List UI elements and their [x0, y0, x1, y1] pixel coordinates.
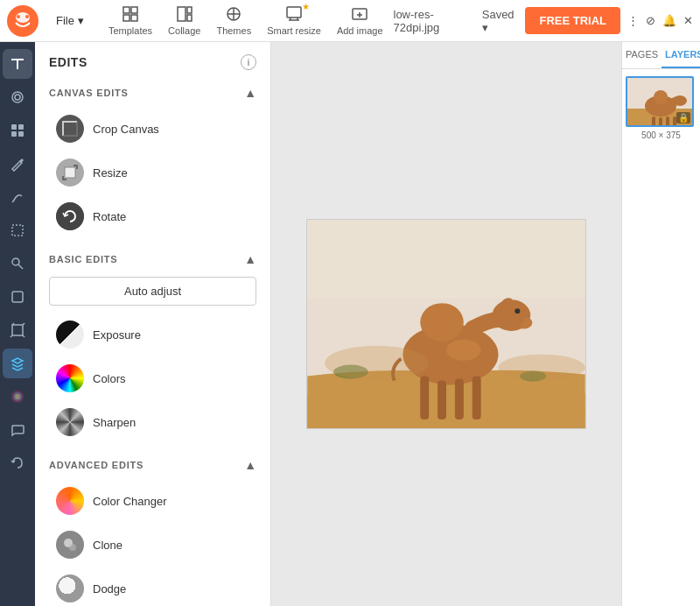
- sidebar-item-select[interactable]: [3, 215, 32, 245]
- svg-rect-4: [123, 7, 130, 13]
- right-panel: PAGES LAYERS ✕ 🔒 500: [621, 42, 700, 606]
- svg-point-14: [12, 92, 23, 102]
- topbar-right: FREE TRIAL ⋮ ⊘ 🔔 ✕: [525, 7, 693, 34]
- sidebar-item-undo[interactable]: [3, 448, 32, 478]
- svg-point-47: [446, 340, 481, 361]
- svg-point-2: [17, 15, 20, 18]
- svg-rect-57: [659, 117, 662, 127]
- svg-rect-6: [123, 15, 130, 21]
- svg-point-33: [69, 544, 76, 551]
- svg-point-54: [654, 90, 668, 104]
- svg-rect-22: [12, 292, 23, 302]
- close-icon[interactable]: ✕: [683, 14, 693, 27]
- logo: [7, 5, 38, 37]
- sidebar-item-clone-stamp[interactable]: [3, 249, 32, 278]
- tab-pages[interactable]: PAGES: [622, 42, 662, 68]
- dodge-icon: [56, 574, 84, 602]
- layer-thumbnail[interactable]: 🔒: [626, 76, 694, 127]
- themes-button[interactable]: Themes: [209, 2, 258, 39]
- templates-button[interactable]: Templates: [102, 2, 159, 39]
- filename: low-res-72dpi.jpg: [394, 8, 477, 34]
- svg-rect-7: [131, 15, 137, 21]
- svg-rect-8: [178, 7, 186, 21]
- color-changer-icon: [56, 487, 84, 515]
- file-menu[interactable]: File ▾: [49, 11, 91, 31]
- svg-rect-16: [11, 124, 17, 130]
- color-changer-item[interactable]: Color Changer: [42, 480, 263, 522]
- chevron-down-icon: ▾: [78, 14, 84, 27]
- thumbnail-size: 500 × 375: [626, 130, 696, 140]
- add-image-button[interactable]: Add image: [330, 2, 390, 39]
- svg-point-3: [25, 15, 29, 18]
- svg-point-42: [514, 308, 520, 314]
- svg-rect-58: [666, 116, 669, 127]
- basic-edits-title: BASIC EDITS: [49, 254, 117, 264]
- rotate-label: Rotate: [93, 210, 126, 223]
- clone-icon: [56, 531, 84, 559]
- exposure-label: Exposure: [93, 328, 141, 342]
- panel-title: EDITS: [49, 55, 88, 69]
- canvas-edits-section-header[interactable]: CANVAS EDITS ▲: [35, 79, 270, 107]
- free-trial-button[interactable]: FREE TRIAL: [525, 7, 620, 34]
- collage-button[interactable]: Collage: [161, 2, 207, 39]
- svg-rect-18: [11, 131, 17, 137]
- colors-label: Colors: [93, 372, 126, 385]
- sidebar-item-draw[interactable]: [3, 182, 32, 212]
- sidebar-item-transform[interactable]: [3, 315, 32, 345]
- tab-layers[interactable]: LAYERS: [662, 42, 700, 68]
- topbar: File ▾ Templates Collage Themes ★ Smart …: [0, 0, 700, 42]
- colors-icon: [56, 364, 84, 392]
- sidebar-item-chat[interactable]: [3, 415, 32, 445]
- crop-canvas-label: Crop Canvas: [93, 123, 159, 136]
- clone-item[interactable]: Clone: [42, 524, 263, 566]
- topbar-icons: ⋮ ⊘ 🔔 ✕: [627, 14, 693, 27]
- rotate-icon: [56, 202, 84, 230]
- info-icon[interactable]: i: [241, 54, 256, 70]
- sharpen-item[interactable]: Sharpen: [42, 401, 263, 443]
- sharpen-icon: [56, 408, 84, 436]
- sidebar-item-smart-photo[interactable]: [3, 82, 32, 112]
- crop-canvas-icon: [56, 115, 84, 143]
- rotate-item[interactable]: Rotate: [42, 195, 263, 237]
- svg-rect-56: [652, 116, 655, 127]
- smart-resize-label: Smart resize: [267, 25, 321, 36]
- sharpen-label: Sharpen: [93, 416, 136, 429]
- left-panel: EDITS i CANVAS EDITS ▲ Crop Canvas Resiz…: [35, 42, 271, 606]
- svg-rect-17: [18, 124, 24, 130]
- svg-rect-45: [455, 378, 464, 419]
- svg-point-27: [15, 394, 20, 399]
- auto-adjust-button[interactable]: Auto adjust: [49, 277, 256, 306]
- notification-icon[interactable]: 🔔: [662, 14, 676, 27]
- dodge-item[interactable]: Dodge: [42, 567, 263, 606]
- colors-item[interactable]: Colors: [42, 357, 263, 399]
- sidebar-item-text[interactable]: [3, 49, 32, 79]
- collage-label: Collage: [168, 25, 200, 36]
- sidebar-item-layers-edit[interactable]: [3, 349, 32, 378]
- canvas-edits-title: CANVAS EDITS: [49, 88, 129, 98]
- dodge-label: Dodge: [93, 582, 126, 595]
- basic-edits-section-header[interactable]: BASIC EDITS ▲: [35, 245, 270, 273]
- svg-rect-43: [420, 377, 429, 420]
- clone-label: Clone: [93, 539, 122, 552]
- sidebar-item-paint[interactable]: [3, 149, 32, 179]
- more-icon[interactable]: ⋮: [627, 14, 639, 27]
- svg-rect-48: [307, 220, 584, 298]
- sidebar-item-effects[interactable]: [3, 116, 32, 145]
- topbar-tools: Templates Collage Themes ★ Smart resize …: [102, 2, 390, 39]
- resize-item[interactable]: Resize: [42, 152, 263, 194]
- advanced-edits-toggle: ▲: [244, 458, 256, 472]
- sidebar-item-shapes[interactable]: [3, 282, 32, 312]
- sidebar-item-color-picker[interactable]: [3, 382, 32, 412]
- help-icon[interactable]: ⊘: [646, 14, 655, 27]
- smart-resize-button[interactable]: ★ Smart resize: [260, 2, 328, 39]
- advanced-edits-title: ADVANCED EDITS: [49, 460, 144, 470]
- crop-canvas-item[interactable]: Crop Canvas: [42, 108, 263, 150]
- themes-label: Themes: [216, 25, 251, 36]
- svg-rect-5: [131, 7, 137, 13]
- svg-rect-19: [18, 131, 24, 137]
- advanced-edits-section-header[interactable]: ADVANCED EDITS ▲: [35, 451, 270, 479]
- resize-icon: [56, 159, 84, 187]
- exposure-item[interactable]: Exposure: [42, 314, 263, 356]
- templates-label: Templates: [108, 25, 152, 36]
- color-changer-label: Color Changer: [93, 495, 167, 508]
